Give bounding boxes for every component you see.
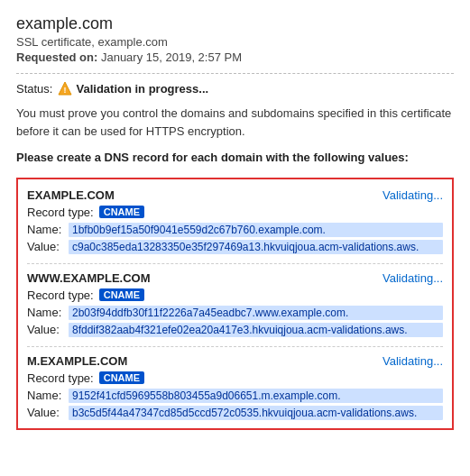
validating-badge-1: Validating... (382, 271, 443, 285)
domain-name-1: WWW.EXAMPLE.COM (27, 271, 151, 285)
warning-icon: ! (58, 81, 72, 96)
domain-header-0: EXAMPLE.COM Validating... (27, 188, 443, 202)
site-title: example.com (16, 14, 454, 33)
validating-badge-2: Validating... (382, 354, 443, 368)
record-type-row-1: Record type: CNAME (27, 288, 443, 302)
description-text: You must prove you control the domains a… (16, 105, 454, 140)
domain-header-2: M.EXAMPLE.COM Validating... (27, 354, 443, 368)
name-row-1: Name: 2b03f94ddfb30f11f2226a7a45eadbc7.w… (27, 306, 443, 320)
name-row-2: Name: 9152f41cfd5969558b803455a9d06651.m… (27, 389, 443, 403)
status-label: Status: (16, 82, 52, 96)
dns-records-box: EXAMPLE.COM Validating... Record type: C… (16, 178, 454, 430)
top-divider (16, 73, 454, 74)
record-type-row-2: Record type: CNAME (27, 371, 443, 385)
value-row-0: Value: c9a0c385eda13283350e35f297469a13.… (27, 240, 443, 254)
domain-name-0: EXAMPLE.COM (27, 188, 115, 202)
status-text: Validation in progress... (76, 82, 208, 96)
record-type-badge-0: CNAME (99, 206, 144, 218)
record-type-badge-1: CNAME (99, 288, 144, 301)
record-type-badge-2: CNAME (99, 371, 144, 384)
name-value-2: 9152f41cfd5969558b803455a9d06651.m.examp… (69, 389, 443, 403)
requested-on: Requested on: January 15, 2019, 2:57 PM (16, 50, 454, 64)
status-row: Status: ! Validation in progress... (16, 81, 454, 96)
instruction-text: Please create a DNS record for each doma… (16, 149, 454, 167)
validating-badge-0: Validating... (382, 188, 443, 202)
name-value-1: 2b03f94ddfb30f11f2226a7a45eadbc7.www.exa… (69, 306, 443, 320)
domain-name-2: M.EXAMPLE.COM (27, 354, 127, 368)
cert-label: SSL certificate, example.com (16, 35, 454, 49)
domain-block-0: EXAMPLE.COM Validating... Record type: C… (27, 188, 443, 254)
domain-block-2: M.EXAMPLE.COM Validating... Record type:… (27, 354, 443, 420)
value-value-2: b3c5d5f44a47347cd85d5ccd572c0535.hkvuiqj… (69, 406, 443, 420)
block-divider-1 (27, 346, 443, 347)
value-row-2: Value: b3c5d5f44a47347cd85d5ccd572c0535.… (27, 406, 443, 420)
value-row-1: Value: 8fddif382aab4f321efe02ea20a417e3.… (27, 323, 443, 337)
block-divider-0 (27, 263, 443, 264)
record-type-row-0: Record type: CNAME (27, 206, 443, 219)
value-value-1: 8fddif382aab4f321efe02ea20a417e3.hkvuiqj… (69, 323, 443, 337)
domain-block-1: WWW.EXAMPLE.COM Validating... Record typ… (27, 271, 443, 337)
name-value-0: 1bfb0b9ef15a50f9041e559d2c67b760.example… (69, 223, 443, 237)
value-value-0: c9a0c385eda13283350e35f297469a13.hkvuiqj… (69, 240, 443, 254)
domain-header-1: WWW.EXAMPLE.COM Validating... (27, 271, 443, 285)
svg-text:!: ! (64, 86, 67, 95)
name-row-0: Name: 1bfb0b9ef15a50f9041e559d2c67b760.e… (27, 223, 443, 237)
